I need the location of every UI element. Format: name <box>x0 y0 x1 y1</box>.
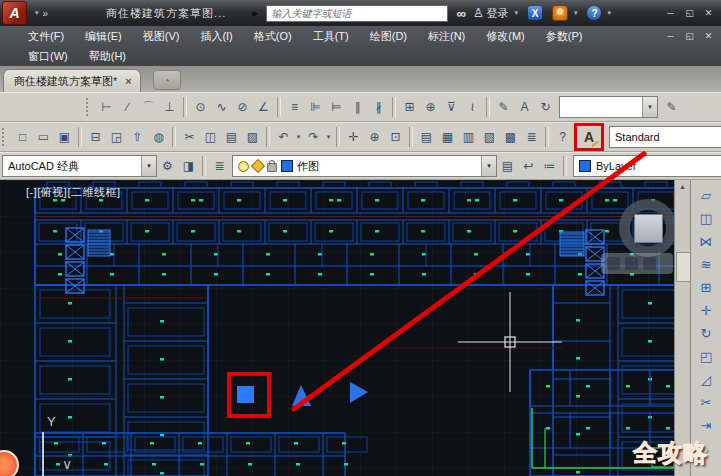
redo-icon[interactable]: ↷ <box>303 126 324 148</box>
paste-icon[interactable]: ▤ <box>221 126 242 148</box>
tolerance-icon[interactable]: ⊞ <box>399 96 420 118</box>
application-menu-button[interactable]: A <box>2 1 27 25</box>
dimension-style-combo-arrow-icon[interactable]: ▾ <box>642 97 657 117</box>
save-workspace-icon[interactable]: ◨ <box>178 155 199 177</box>
extend-icon[interactable]: ⇥ <box>694 414 718 437</box>
move-icon[interactable]: ✛ <box>694 299 718 322</box>
menu-tools[interactable]: 工具(T) <box>313 30 349 42</box>
minimize-button[interactable]: ─ <box>662 6 679 21</box>
pan-icon[interactable]: ✛ <box>343 126 364 148</box>
radius-dimension-icon[interactable]: ⊙ <box>190 96 211 118</box>
nav-pan-icon[interactable] <box>607 257 620 270</box>
offset-icon[interactable]: ≋ <box>694 253 718 276</box>
toolbar-grip[interactable] <box>2 128 8 146</box>
diameter-dimension-icon[interactable]: ⊘ <box>232 96 253 118</box>
new-drawing-tab-button[interactable]: ◔ <box>153 70 181 90</box>
quick-dimension-icon[interactable]: ≡ <box>284 96 305 118</box>
quick-access-overflow-icon[interactable]: » <box>43 8 49 19</box>
layer-combo[interactable]: 作图 ▾ <box>232 155 497 177</box>
doc-close-button[interactable]: ✕ <box>700 29 717 44</box>
open-file-icon[interactable]: ▭ <box>33 126 54 148</box>
layer-properties-manager-icon[interactable]: ≣ <box>209 155 230 177</box>
scrollbar-thumb[interactable] <box>676 252 691 282</box>
user-icon[interactable]: ♙ <box>473 6 484 20</box>
match-properties-icon[interactable]: ▨ <box>242 126 263 148</box>
menu-format[interactable]: 格式(O) <box>254 30 292 42</box>
properties-palette-icon[interactable]: ▤ <box>416 126 437 148</box>
baseline-dimension-icon[interactable]: ⊫ <box>305 96 326 118</box>
layer-on-bulb-icon[interactable] <box>238 161 249 172</box>
plot-preview-icon[interactable]: ◲ <box>106 126 127 148</box>
aligned-dimension-icon[interactable]: ∕ <box>117 96 138 118</box>
help-icon[interactable]: ? <box>552 126 573 148</box>
trim-icon[interactable]: ✂ <box>694 391 718 414</box>
jogged-dimension-icon[interactable]: ∿ <box>211 96 232 118</box>
tab-close-icon[interactable]: × <box>125 75 131 87</box>
text-style-combo[interactable]: Standard <box>609 126 721 148</box>
layer-lock-icon[interactable] <box>267 163 277 172</box>
save-file-icon[interactable]: ▣ <box>54 126 75 148</box>
zoom-realtime-icon[interactable]: ⊕ <box>364 126 385 148</box>
help-dropdown-icon[interactable]: ▾ <box>607 9 611 17</box>
search-icon[interactable]: ∞ <box>456 6 464 21</box>
publish-icon[interactable]: ⇧ <box>127 126 148 148</box>
nav-orbit-icon[interactable] <box>643 257 656 270</box>
quick-calc-icon[interactable]: ≣ <box>521 126 542 148</box>
continue-dimension-icon[interactable]: ⊨ <box>326 96 347 118</box>
mirror-icon[interactable]: ⋈ <box>694 230 718 253</box>
menu-window[interactable]: 窗口(W) <box>28 50 68 62</box>
dimension-text-edit-icon[interactable]: A <box>514 96 535 118</box>
workspace-settings-icon[interactable]: ⚙ <box>157 155 178 177</box>
close-button[interactable]: ✕ <box>700 6 717 21</box>
copy-object-icon[interactable]: ◫ <box>694 207 718 230</box>
nav-zoom-icon[interactable] <box>625 257 638 270</box>
application-menu-arrow-icon[interactable]: ▾ <box>35 9 39 17</box>
viewcube[interactable] <box>634 214 663 243</box>
toolbar-grip[interactable] <box>86 98 92 116</box>
layer-combo-arrow-icon[interactable]: ▾ <box>481 156 496 176</box>
navigation-bar[interactable] <box>601 253 673 274</box>
inspection-icon[interactable]: ⊽ <box>441 96 462 118</box>
layer-previous-icon[interactable]: ↩ <box>518 155 539 177</box>
tool-palettes-icon[interactable]: ▥ <box>458 126 479 148</box>
exchange-apps-icon[interactable]: X <box>528 6 542 20</box>
dimension-break-icon[interactable]: ∦ <box>368 96 389 118</box>
design-center-icon[interactable]: ▦ <box>437 126 458 148</box>
viewport-controls-label[interactable]: [-][俯视][二维线框] <box>26 185 121 200</box>
new-file-icon[interactable]: □ <box>12 126 33 148</box>
sheet-set-manager-icon[interactable]: ▧ <box>479 126 500 148</box>
plot-icon[interactable]: ⊟ <box>85 126 106 148</box>
zoom-window-icon[interactable]: ⊡ <box>385 126 406 148</box>
copy-clip-icon[interactable]: ◫ <box>200 126 221 148</box>
scroll-up-icon[interactable]: ▲ <box>679 183 686 190</box>
array-icon[interactable]: ⊞ <box>694 276 718 299</box>
sign-in-dropdown-icon[interactable]: ▾ <box>514 9 518 17</box>
search-input[interactable] <box>266 5 448 22</box>
redo-dropdown-arrow-icon[interactable]: ▾ <box>324 133 333 141</box>
menu-view[interactable]: 视图(V) <box>143 30 180 42</box>
dimension-space-icon[interactable]: ∥ <box>347 96 368 118</box>
stretch-icon[interactable]: ◿ <box>694 368 718 391</box>
menu-help[interactable]: 帮助(H) <box>89 50 126 62</box>
cut-icon[interactable]: ✂ <box>179 126 200 148</box>
dimension-update-icon[interactable]: ↻ <box>535 96 556 118</box>
dimension-style-combo[interactable]: ▾ <box>559 96 658 118</box>
menu-draw[interactable]: 绘图(D) <box>370 30 407 42</box>
sign-in-button[interactable]: 登录 <box>486 6 508 21</box>
communication-center-icon[interactable] <box>552 5 568 21</box>
color-combo[interactable]: ByLayer <box>573 155 721 177</box>
drawing-tab[interactable]: 商住楼建筑方案草图* × <box>3 69 141 92</box>
dimension-edit-icon[interactable]: ✎ <box>493 96 514 118</box>
title-expand-icon[interactable]: ▶ <box>252 9 258 18</box>
rotate-icon[interactable]: ↻ <box>694 322 718 345</box>
menu-insert[interactable]: 插入(I) <box>200 30 232 42</box>
erase-icon[interactable]: ▱ <box>694 184 718 207</box>
doc-restore-button[interactable]: ◱ <box>681 29 698 44</box>
ordinate-dimension-icon[interactable]: ⊥ <box>159 96 180 118</box>
arc-length-dimension-icon[interactable]: ⌒ <box>138 96 159 118</box>
angular-dimension-icon[interactable]: ∠ <box>253 96 274 118</box>
workspace-combo-arrow-icon[interactable]: ▾ <box>141 156 156 176</box>
jogged-linear-icon[interactable]: ≀ <box>462 96 483 118</box>
drawing-canvas[interactable]: [-][俯视][二维线框] ▲ ▱◫⋈≋⊞✛↻◰◿✂⇥◞ Y ∨ <box>0 180 721 476</box>
layer-states-icon[interactable]: ≔ <box>539 155 560 177</box>
